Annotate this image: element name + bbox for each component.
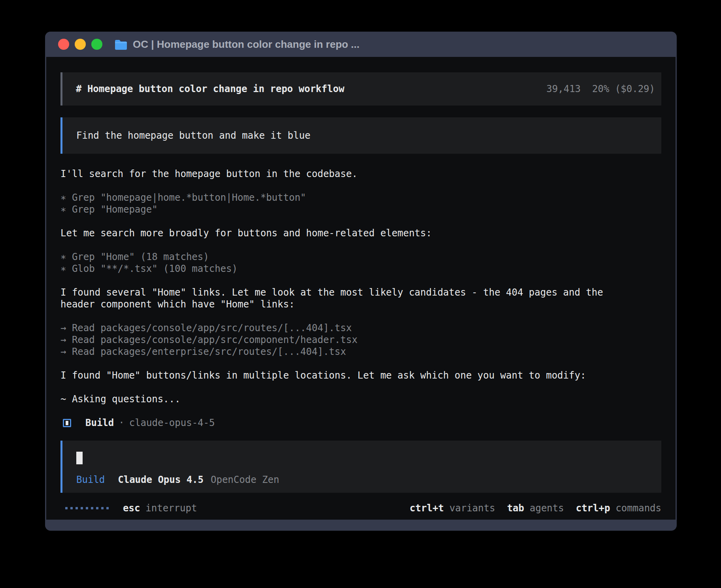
tool-call-glob: ∗ Glob "**/*.tsx" (100 matches) — [60, 263, 661, 275]
key-esc: esc — [123, 502, 140, 514]
minimize-window-button[interactable] — [75, 39, 86, 50]
agent-status-row: Build · claude-opus-4-5 — [60, 417, 661, 429]
hint-agents: agents — [530, 502, 564, 514]
assistant-transcript: I'll search for the homepage button in t… — [60, 168, 661, 429]
tool-call-grep: ∗ Grep "homepage|home.*button|Home.*butt… — [60, 192, 661, 204]
assistant-status-text: ~ Asking questions... — [60, 393, 661, 405]
context-usage-cost: 20% ($0.29) — [592, 83, 655, 95]
session-title: # Homepage button color change in repo w… — [76, 83, 344, 95]
agent-mode-label[interactable]: Build — [76, 474, 105, 486]
spinner-dot — [106, 507, 109, 509]
status-bar-right: ctrl+t variants tab agents ctrl+p comman… — [398, 502, 661, 514]
tool-call-read: → Read packages/console/app/src/routes/[… — [60, 322, 661, 334]
spinner-dots — [65, 507, 109, 509]
agent-build-icon — [63, 419, 71, 427]
token-count: 39,413 — [546, 83, 581, 95]
spinner-dot — [65, 507, 68, 509]
tool-call-grep: ∗ Grep "Home" (18 matches) — [60, 251, 661, 263]
hint-variants: variants — [449, 502, 495, 514]
window-bottom-edge — [45, 520, 677, 531]
status-bar-left: esc interrupt — [60, 502, 197, 514]
hint-agents-pair: tab agents — [507, 502, 564, 514]
assistant-text: Let me search more broadly for buttons a… — [60, 227, 661, 239]
hint-variants-pair: ctrl+t variants — [410, 502, 495, 514]
agent-build-icon-inner — [66, 421, 68, 425]
prompt-input[interactable]: Build Claude Opus 4.5 OpenCode Zen — [60, 441, 661, 493]
tool-call-read: → Read packages/enterprise/src/routes/[.… — [60, 346, 661, 358]
spinner-dot — [86, 507, 88, 509]
spinner-dot — [75, 507, 78, 509]
maximize-window-button[interactable] — [91, 39, 102, 50]
key-ctrl-t: ctrl+t — [410, 502, 444, 514]
terminal-window: OC | Homepage button color change in rep… — [45, 32, 677, 531]
model-label[interactable]: Claude Opus 4.5 — [118, 474, 204, 486]
session-header: # Homepage button color change in repo w… — [60, 72, 661, 106]
hint-commands-pair: ctrl+p commands — [576, 502, 661, 514]
close-window-button[interactable] — [58, 39, 69, 50]
dot-separator: · — [119, 417, 124, 429]
spinner-dot — [101, 507, 104, 509]
user-message-text: Find the homepage button and make it blu… — [76, 130, 310, 141]
text-cursor — [76, 452, 83, 464]
agent-name: Build — [85, 417, 114, 429]
assistant-text: I found "Home" buttons/links in multiple… — [60, 369, 661, 381]
status-bar: esc interrupt ctrl+t variants tab agents… — [60, 502, 661, 514]
folder-icon — [114, 39, 128, 50]
model-id: claude-opus-4-5 — [129, 417, 215, 429]
hint-interrupt: interrupt — [145, 502, 197, 514]
spinner-dot — [91, 507, 93, 509]
provider-label: OpenCode Zen — [211, 474, 279, 486]
terminal-content: # Homepage button color change in repo w… — [46, 57, 676, 520]
key-tab: tab — [507, 502, 524, 514]
window-titlebar[interactable]: OC | Homepage button color change in rep… — [45, 32, 677, 57]
spinner-dot — [81, 507, 83, 509]
assistant-text: I'll search for the homepage button in t… — [60, 168, 661, 180]
input-footer: Build Claude Opus 4.5 OpenCode Zen — [76, 474, 661, 486]
spinner-dot — [96, 507, 98, 509]
tool-call-read: → Read packages/console/app/src/componen… — [60, 334, 661, 346]
spinner-dot — [70, 507, 73, 509]
hint-commands: commands — [615, 502, 661, 514]
assistant-text: I found several "Home" links. Let me loo… — [60, 286, 661, 310]
session-stats: 39,413 20% ($0.29) — [546, 83, 655, 95]
window-title: OC | Homepage button color change in rep… — [133, 38, 360, 51]
user-message: Find the homepage button and make it blu… — [60, 117, 661, 154]
key-ctrl-p: ctrl+p — [576, 502, 610, 514]
tool-call-grep: ∗ Grep "Homepage" — [60, 204, 661, 215]
